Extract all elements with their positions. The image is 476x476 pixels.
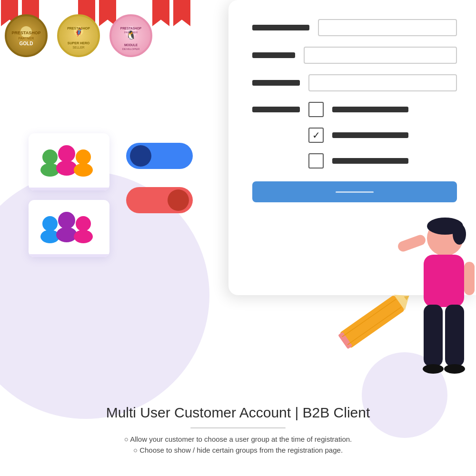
bullet-line-1: ○ Allow your customer to choose a user g…: [0, 435, 476, 443]
user-panel-1: [29, 133, 109, 190]
bullet-text-2: Choose to show / hide certain groups fro…: [139, 446, 343, 454]
svg-text:SELLER: SELLER: [73, 46, 85, 49]
checkmark-icon: ✓: [312, 129, 320, 141]
panels-area: [29, 133, 109, 257]
svg-point-24: [56, 227, 77, 242]
medals-area: PRESTASHOP PARTNER GOLD PRESTASHOP 🦸 SUP…: [5, 14, 152, 57]
medal-silver-icon: PRESTASHOP 🦸 SUPER HERO SELLER: [64, 21, 93, 50]
medal-gold-circle: PRESTASHOP PARTNER GOLD: [5, 14, 48, 57]
svg-text:GOLD: GOLD: [20, 41, 33, 46]
form-label-3: [252, 80, 300, 86]
svg-rect-31: [397, 233, 427, 253]
checkbox-text-2: [332, 132, 408, 138]
svg-point-36: [444, 364, 465, 374]
form-label-2: [252, 52, 295, 58]
ribbon-strip: [173, 0, 190, 26]
user-panel-2: [29, 200, 109, 257]
toggle-off[interactable]: [126, 187, 193, 213]
bullet-text-1: Allow your customer to choose a user gro…: [130, 435, 352, 443]
svg-point-25: [76, 216, 91, 231]
toggles-area: [126, 143, 193, 213]
title-divider: [190, 427, 286, 428]
form-input-3[interactable]: [308, 74, 457, 91]
svg-text:DEVELOPER: DEVELOPER: [122, 48, 140, 50]
bullet-icon-2: ○: [133, 446, 139, 454]
svg-text:SUPER HERO: SUPER HERO: [68, 41, 90, 45]
form-row-2: [252, 47, 457, 64]
checkbox-label-1: [252, 107, 300, 112]
svg-point-17: [58, 145, 75, 162]
medal-gold-icon: PRESTASHOP PARTNER GOLD: [12, 21, 40, 50]
svg-text:PRESTASHOP: PRESTASHOP: [120, 27, 142, 30]
toggle-on-knob: [130, 145, 151, 167]
checkbox-text-1: [332, 107, 408, 112]
svg-point-35: [423, 364, 444, 374]
checkbox-3[interactable]: [308, 153, 324, 169]
medal-silver-circle: PRESTASHOP 🦸 SUPER HERO SELLER: [57, 14, 100, 57]
medal-pink: PRESTASHOP PARTNER 🐧 MODULE DEVELOPER: [109, 14, 152, 57]
checkbox-row-3: [252, 153, 457, 169]
users-group-1-svg: [36, 140, 102, 183]
checkbox-1[interactable]: [308, 102, 324, 117]
svg-point-21: [42, 216, 58, 231]
main-title: Multi User Customer Account | B2B Client: [0, 405, 476, 421]
button-label-squiggle: [336, 191, 374, 193]
medal-silver: PRESTASHOP 🦸 SUPER HERO SELLER: [57, 14, 100, 57]
bullet-line-2: ○ Choose to show / hide certain groups f…: [0, 446, 476, 454]
svg-text:🦸: 🦸: [74, 28, 83, 37]
svg-rect-32: [464, 262, 475, 295]
checkbox-row-1: [252, 102, 457, 117]
form-row-3: [252, 74, 457, 91]
bullet-icon-1: ○: [124, 435, 130, 443]
svg-rect-30: [424, 255, 464, 307]
svg-point-19: [76, 149, 91, 165]
ribbon-strip: [152, 0, 169, 26]
medal-pink-circle: PRESTASHOP PARTNER 🐧 MODULE DEVELOPER: [109, 14, 152, 57]
bottom-text-area: Multi User Customer Account | B2B Client…: [0, 405, 476, 457]
form-label-1: [252, 25, 309, 30]
svg-point-18: [56, 160, 77, 176]
svg-point-15: [42, 149, 58, 165]
medal-gold: PRESTASHOP PARTNER GOLD: [5, 14, 48, 57]
form-input-2[interactable]: [304, 47, 457, 64]
checkbox-text-3: [332, 158, 408, 164]
submit-button[interactable]: [252, 181, 457, 202]
svg-point-26: [74, 230, 93, 243]
form-input-1[interactable]: [318, 19, 457, 36]
svg-point-23: [58, 212, 75, 229]
svg-rect-34: [445, 305, 464, 367]
checkbox-row-2: ✓: [252, 128, 457, 143]
form-row-1: [252, 19, 457, 36]
ribbon-3: [151, 0, 191, 26]
medal-pink-icon: PRESTASHOP PARTNER 🐧 MODULE DEVELOPER: [117, 21, 145, 50]
svg-text:PRESTASHOP: PRESTASHOP: [12, 30, 40, 35]
checkbox-2[interactable]: ✓: [308, 128, 324, 143]
svg-text:PARTNER: PARTNER: [19, 37, 34, 40]
svg-text:🐧: 🐧: [126, 30, 137, 40]
toggle-on[interactable]: [126, 143, 193, 169]
users-group-2-svg: [36, 207, 102, 250]
svg-point-20: [74, 163, 93, 177]
toggle-off-knob: [168, 189, 189, 211]
svg-text:MODULE: MODULE: [124, 43, 138, 47]
svg-rect-33: [424, 305, 443, 367]
svg-point-29: [453, 224, 466, 245]
